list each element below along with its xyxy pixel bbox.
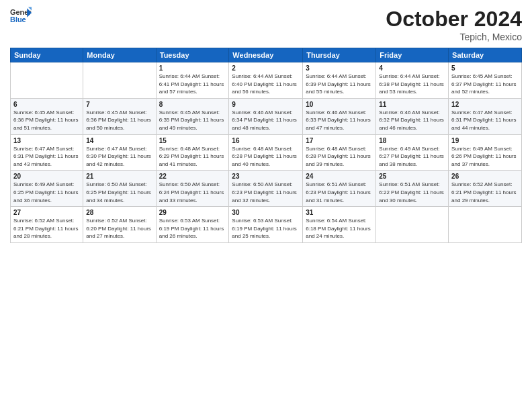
day-number: 31 — [306, 209, 373, 216]
week-row-5: 27Sunrise: 6:52 AM Sunset: 6:21 PM Dayli… — [11, 207, 522, 243]
header-thursday: Thursday — [303, 48, 376, 62]
page: General Blue October 2024 Tepich, Mexico… — [0, 0, 532, 411]
week-row-4: 20Sunrise: 6:49 AM Sunset: 6:25 PM Dayli… — [11, 171, 522, 207]
calendar-cell: 30Sunrise: 6:53 AM Sunset: 6:19 PM Dayli… — [229, 207, 303, 243]
day-number: 2 — [232, 64, 300, 72]
calendar-table: Sunday Monday Tuesday Wednesday Thursday… — [10, 48, 522, 243]
calendar-cell: 24Sunrise: 6:51 AM Sunset: 6:23 PM Dayli… — [303, 171, 376, 207]
day-number: 6 — [13, 101, 80, 108]
calendar-cell: 16Sunrise: 6:48 AM Sunset: 6:28 PM Dayli… — [229, 134, 303, 171]
general-blue-logo-icon: General Blue — [10, 7, 32, 26]
day-number: 29 — [159, 209, 226, 216]
day-info: Sunrise: 6:53 AM Sunset: 6:19 PM Dayligh… — [232, 217, 300, 240]
day-info: Sunrise: 6:49 AM Sunset: 6:26 PM Dayligh… — [451, 145, 519, 169]
week-row-3: 13Sunrise: 6:47 AM Sunset: 6:31 PM Dayli… — [11, 134, 522, 171]
day-info: Sunrise: 6:45 AM Sunset: 6:36 PM Dayligh… — [13, 109, 80, 132]
header-tuesday: Tuesday — [156, 48, 229, 62]
calendar-cell: 8Sunrise: 6:45 AM Sunset: 6:35 PM Daylig… — [156, 98, 229, 134]
day-info: Sunrise: 6:51 AM Sunset: 6:23 PM Dayligh… — [306, 181, 373, 204]
day-number: 9 — [232, 101, 300, 108]
calendar-cell: 13Sunrise: 6:47 AM Sunset: 6:31 PM Dayli… — [11, 134, 83, 171]
calendar-cell: 9Sunrise: 6:46 AM Sunset: 6:34 PM Daylig… — [229, 98, 303, 134]
calendar-cell: 19Sunrise: 6:49 AM Sunset: 6:26 PM Dayli… — [449, 134, 522, 171]
header: General Blue October 2024 Tepich, Mexico — [10, 7, 522, 42]
day-info: Sunrise: 6:44 AM Sunset: 6:38 PM Dayligh… — [379, 73, 445, 96]
calendar-cell: 25Sunrise: 6:51 AM Sunset: 6:22 PM Dayli… — [376, 171, 449, 207]
day-info: Sunrise: 6:52 AM Sunset: 6:20 PM Dayligh… — [86, 217, 152, 240]
calendar-cell: 29Sunrise: 6:53 AM Sunset: 6:19 PM Dayli… — [156, 207, 229, 243]
day-number: 28 — [86, 209, 152, 216]
calendar-cell: 6Sunrise: 6:45 AM Sunset: 6:36 PM Daylig… — [11, 98, 83, 134]
day-info: Sunrise: 6:46 AM Sunset: 6:34 PM Dayligh… — [232, 109, 300, 132]
day-number: 12 — [451, 101, 519, 108]
day-info: Sunrise: 6:44 AM Sunset: 6:41 PM Dayligh… — [159, 73, 226, 96]
day-number: 26 — [451, 173, 519, 180]
title-block: October 2024 Tepich, Mexico — [386, 7, 522, 42]
day-number: 1 — [159, 64, 226, 72]
day-number: 17 — [306, 137, 373, 144]
svg-text:Blue: Blue — [10, 15, 26, 24]
calendar-cell: 18Sunrise: 6:49 AM Sunset: 6:27 PM Dayli… — [376, 134, 449, 171]
header-sunday: Sunday — [11, 48, 83, 62]
day-number: 25 — [379, 173, 445, 180]
header-wednesday: Wednesday — [229, 48, 303, 62]
day-number: 10 — [306, 101, 373, 108]
day-number: 5 — [451, 64, 519, 72]
calendar-cell: 2Sunrise: 6:44 AM Sunset: 6:40 PM Daylig… — [229, 62, 303, 99]
calendar-cell: 10Sunrise: 6:46 AM Sunset: 6:33 PM Dayli… — [303, 98, 376, 134]
day-number: 16 — [232, 137, 300, 144]
calendar-cell: 11Sunrise: 6:46 AM Sunset: 6:32 PM Dayli… — [376, 98, 449, 134]
day-info: Sunrise: 6:50 AM Sunset: 6:25 PM Dayligh… — [86, 181, 152, 204]
day-number: 4 — [379, 64, 445, 72]
calendar-cell — [11, 62, 83, 99]
day-info: Sunrise: 6:46 AM Sunset: 6:33 PM Dayligh… — [306, 109, 373, 132]
week-row-1: 1Sunrise: 6:44 AM Sunset: 6:41 PM Daylig… — [11, 62, 522, 99]
day-info: Sunrise: 6:53 AM Sunset: 6:19 PM Dayligh… — [159, 217, 226, 240]
day-number: 30 — [232, 209, 300, 216]
logo: General Blue — [10, 7, 32, 26]
day-info: Sunrise: 6:47 AM Sunset: 6:31 PM Dayligh… — [451, 109, 519, 132]
calendar-cell: 3Sunrise: 6:44 AM Sunset: 6:39 PM Daylig… — [303, 62, 376, 99]
day-info: Sunrise: 6:45 AM Sunset: 6:36 PM Dayligh… — [86, 109, 152, 132]
day-number: 8 — [159, 101, 226, 108]
day-number: 13 — [13, 137, 80, 144]
day-info: Sunrise: 6:46 AM Sunset: 6:32 PM Dayligh… — [379, 109, 445, 132]
month-title: October 2024 — [386, 7, 522, 32]
calendar-cell: 7Sunrise: 6:45 AM Sunset: 6:36 PM Daylig… — [83, 98, 156, 134]
calendar-cell: 5Sunrise: 6:45 AM Sunset: 6:37 PM Daylig… — [449, 62, 522, 99]
calendar-cell: 31Sunrise: 6:54 AM Sunset: 6:18 PM Dayli… — [303, 207, 376, 243]
day-number: 7 — [86, 101, 152, 108]
calendar-cell: 23Sunrise: 6:50 AM Sunset: 6:23 PM Dayli… — [229, 171, 303, 207]
day-number: 3 — [306, 64, 373, 72]
day-info: Sunrise: 6:47 AM Sunset: 6:30 PM Dayligh… — [86, 145, 152, 169]
day-info: Sunrise: 6:48 AM Sunset: 6:29 PM Dayligh… — [159, 145, 226, 169]
day-info: Sunrise: 6:49 AM Sunset: 6:25 PM Dayligh… — [13, 181, 80, 204]
day-number: 15 — [159, 137, 226, 144]
header-saturday: Saturday — [449, 48, 522, 62]
day-info: Sunrise: 6:54 AM Sunset: 6:18 PM Dayligh… — [306, 217, 373, 240]
day-info: Sunrise: 6:44 AM Sunset: 6:39 PM Dayligh… — [306, 73, 373, 96]
calendar-cell: 28Sunrise: 6:52 AM Sunset: 6:20 PM Dayli… — [83, 207, 156, 243]
header-monday: Monday — [83, 48, 156, 62]
day-info: Sunrise: 6:50 AM Sunset: 6:23 PM Dayligh… — [232, 181, 300, 204]
day-info: Sunrise: 6:52 AM Sunset: 6:21 PM Dayligh… — [13, 217, 80, 240]
day-number: 21 — [86, 173, 152, 180]
day-info: Sunrise: 6:48 AM Sunset: 6:28 PM Dayligh… — [306, 145, 373, 169]
calendar-cell: 4Sunrise: 6:44 AM Sunset: 6:38 PM Daylig… — [376, 62, 449, 99]
day-info: Sunrise: 6:45 AM Sunset: 6:37 PM Dayligh… — [451, 73, 519, 96]
day-number: 20 — [13, 173, 80, 180]
day-info: Sunrise: 6:51 AM Sunset: 6:22 PM Dayligh… — [379, 181, 445, 204]
day-info: Sunrise: 6:48 AM Sunset: 6:28 PM Dayligh… — [232, 145, 300, 169]
week-row-2: 6Sunrise: 6:45 AM Sunset: 6:36 PM Daylig… — [11, 98, 522, 134]
calendar-cell: 22Sunrise: 6:50 AM Sunset: 6:24 PM Dayli… — [156, 171, 229, 207]
calendar-cell — [83, 62, 156, 99]
day-info: Sunrise: 6:52 AM Sunset: 6:21 PM Dayligh… — [451, 181, 519, 204]
day-info: Sunrise: 6:47 AM Sunset: 6:31 PM Dayligh… — [13, 145, 80, 169]
day-number: 23 — [232, 173, 300, 180]
day-number: 14 — [86, 137, 152, 144]
day-info: Sunrise: 6:50 AM Sunset: 6:24 PM Dayligh… — [159, 181, 226, 204]
calendar-cell: 27Sunrise: 6:52 AM Sunset: 6:21 PM Dayli… — [11, 207, 83, 243]
calendar-cell: 15Sunrise: 6:48 AM Sunset: 6:29 PM Dayli… — [156, 134, 229, 171]
calendar-cell: 20Sunrise: 6:49 AM Sunset: 6:25 PM Dayli… — [11, 171, 83, 207]
calendar-cell: 26Sunrise: 6:52 AM Sunset: 6:21 PM Dayli… — [449, 171, 522, 207]
